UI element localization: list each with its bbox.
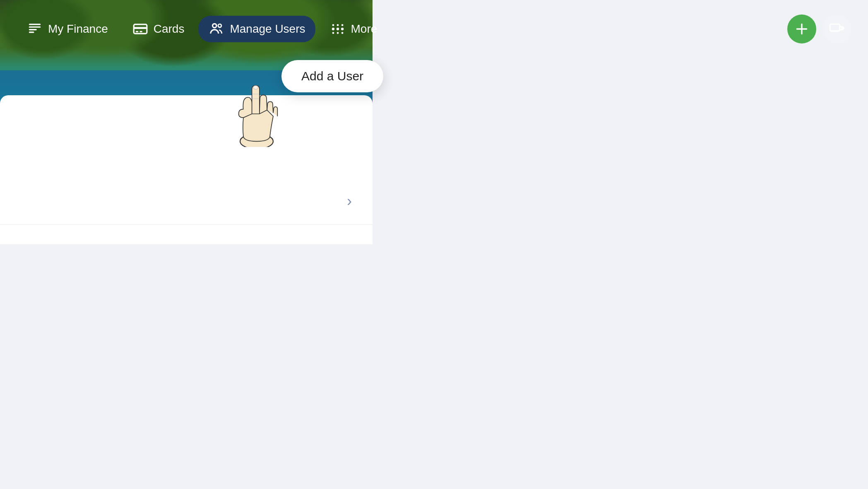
nav-item-my-finance[interactable]: My Finance (17, 16, 118, 42)
tooltip-label: Add a User (301, 69, 363, 83)
svg-rect-20 (796, 28, 808, 29)
nav-item-manage-users[interactable]: Manage Users (198, 16, 315, 42)
add-user-tooltip[interactable]: Add a User (281, 60, 383, 92)
svg-point-13 (332, 24, 334, 26)
card-icon (132, 21, 149, 37)
svg-rect-5 (134, 27, 147, 29)
svg-point-10 (332, 28, 334, 30)
list-icon (26, 21, 43, 37)
right-panel (373, 0, 868, 489)
add-button[interactable] (787, 14, 816, 43)
svg-point-15 (341, 24, 343, 26)
svg-point-18 (341, 32, 343, 34)
svg-point-17 (337, 32, 339, 34)
bottom-area (0, 244, 373, 489)
svg-point-16 (332, 32, 334, 34)
nav-item-cards[interactable]: Cards (122, 16, 195, 42)
nav-label-more: More (351, 22, 377, 36)
users-icon (208, 21, 225, 37)
nav-label-cards: Cards (154, 22, 185, 36)
nav-label-my-finance: My Finance (48, 22, 108, 36)
svg-point-26 (253, 85, 258, 89)
transfer-button[interactable] (822, 14, 851, 43)
hand-cursor-illustration (232, 81, 281, 143)
dots-icon (329, 21, 346, 37)
svg-rect-1 (29, 26, 41, 28)
svg-rect-7 (139, 31, 142, 32)
svg-point-12 (341, 28, 343, 30)
chevron-right-icon: › (347, 193, 352, 210)
list-item[interactable]: › (0, 178, 373, 225)
svg-point-8 (213, 24, 217, 28)
nav-item-more[interactable]: More (320, 16, 387, 42)
svg-rect-21 (830, 24, 839, 31)
svg-rect-3 (29, 31, 34, 33)
content-spacer (0, 95, 373, 178)
svg-point-22 (841, 28, 842, 29)
svg-point-14 (337, 24, 339, 26)
svg-point-11 (336, 28, 339, 30)
svg-point-9 (218, 24, 221, 27)
svg-rect-0 (29, 24, 41, 25)
svg-rect-2 (29, 29, 37, 30)
svg-rect-6 (136, 31, 138, 32)
navigation-bar: My Finance Cards Manage Users (0, 0, 868, 58)
nav-label-manage-users: Manage Users (230, 22, 305, 36)
